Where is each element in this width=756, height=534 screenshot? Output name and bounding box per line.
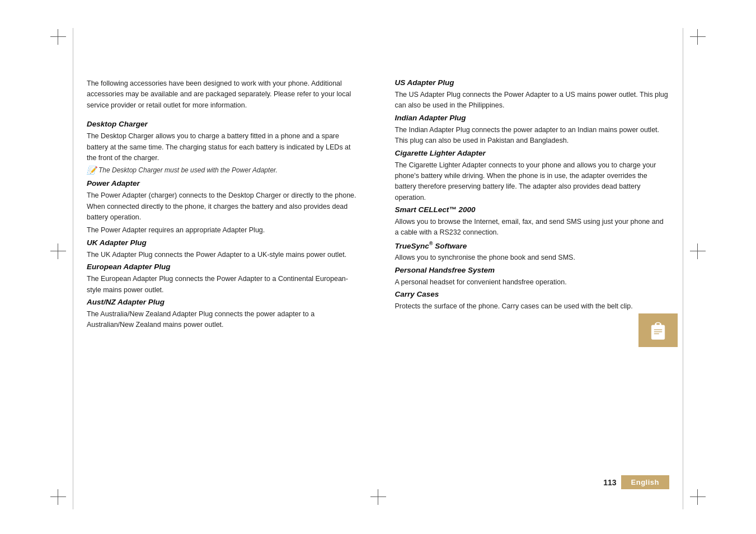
section-title-indian-adapter: Indian Adapter Plug — [395, 114, 670, 122]
truesync-title-part2: Software — [433, 241, 467, 250]
page: The following accessories have been desi… — [0, 0, 756, 534]
crosshair-top-left — [50, 29, 66, 45]
truesync-title-part1: TrueSync — [395, 241, 429, 250]
section-body-european-adapter: The European Adapter Plug connects the P… — [87, 274, 361, 296]
section-smart-cellect: Smart CELLect™ 2000 Allows you to browse… — [395, 205, 670, 238]
note-icon: 📝 — [87, 166, 96, 175]
section-cigarette-lighter: Cigarette Lighter Adapter The Cigarette … — [395, 149, 670, 204]
page-number: 113 — [603, 478, 616, 487]
section-body-carry-cases: Protects the surface of the phone. Carry… — [395, 301, 670, 312]
section-title-austnz-adapter: Aust/NZ Adapter Plug — [87, 298, 361, 306]
section-body-uk-adapter: The UK Adapter Plug connects the Power A… — [87, 250, 361, 260]
section-body-us-adapter: The US Adapter Plug connects the Power A… — [395, 90, 670, 111]
section-title-european-adapter: European Adapter Plug — [87, 263, 361, 271]
intro-text: The following accessories have been desi… — [87, 78, 361, 111]
crosshair-bot-left — [50, 489, 66, 505]
language-badge: English — [621, 475, 669, 489]
note-desktop-charger: 📝 The Desktop Charger must be used with … — [87, 166, 361, 175]
section-title-uk-adapter: UK Adapter Plug — [87, 238, 361, 247]
section-carry-cases: Carry Cases Protects the surface of the … — [395, 290, 670, 312]
section-title-smart-cellect: Smart CELLect™ 2000 — [395, 205, 670, 214]
crosshair-top-right — [690, 29, 706, 45]
section-title-cigarette-lighter: Cigarette Lighter Adapter — [395, 149, 670, 157]
section-body-cigarette-lighter: The Cigarette Lighter Adapter connects t… — [395, 160, 670, 204]
col-left: The following accessories have been desi… — [87, 78, 370, 467]
section-truesync: TrueSync® Software Allows you to synchro… — [395, 241, 670, 264]
section-body-austnz-adapter: The Australia/New Zealand Adapter Plug c… — [87, 309, 361, 331]
section-title-handsfree: Personal Handsfree System — [395, 266, 670, 274]
section-indian-adapter: Indian Adapter Plug The Indian Adapter P… — [395, 114, 670, 147]
section-handsfree: Personal Handsfree System A personal hea… — [395, 266, 670, 288]
section-power-adapter: Power Adapter The Power Adapter (charger… — [87, 179, 361, 236]
note-text-desktop-charger: The Desktop Charger must be used with th… — [98, 166, 278, 174]
section-body-handsfree: A personal headset for convenient handsf… — [395, 277, 670, 288]
section-austnz-adapter: Aust/NZ Adapter Plug The Australia/New Z… — [87, 298, 361, 331]
section-body-smart-cellect: Allows you to browse the Internet, email… — [395, 217, 670, 238]
section-body1-power-adapter: The Power Adapter (charger) connects to … — [87, 190, 361, 223]
crosshair-mid-right — [690, 243, 706, 259]
section-title-truesync: TrueSync® Software — [395, 241, 670, 250]
section-body-indian-adapter: The Indian Adapter Plug connects the pow… — [395, 125, 670, 147]
crosshair-bot-mid — [370, 489, 386, 505]
main-content: The following accessories have been desi… — [87, 78, 669, 467]
section-uk-adapter: UK Adapter Plug The UK Adapter Plug conn… — [87, 238, 361, 260]
section-body-desktop-charger: The Desktop Charger allows you to charge… — [87, 131, 361, 163]
crosshair-bot-right — [690, 489, 706, 505]
section-title-us-adapter: US Adapter Plug — [395, 78, 670, 87]
section-body2-power-adapter: The Power Adapter requires an appropriat… — [87, 225, 361, 236]
footer: 113 English — [87, 475, 669, 489]
section-european-adapter: European Adapter Plug The European Adapt… — [87, 263, 361, 296]
border-right — [683, 28, 683, 509]
section-body-truesync: Allows you to synchronise the phone book… — [395, 252, 670, 263]
section-desktop-charger: Desktop Charger The Desktop Charger allo… — [87, 120, 361, 175]
section-title-desktop-charger: Desktop Charger — [87, 120, 361, 128]
border-left — [73, 28, 73, 509]
section-us-adapter: US Adapter Plug The US Adapter Plug conn… — [395, 78, 670, 111]
col-right: US Adapter Plug The US Adapter Plug conn… — [387, 78, 670, 467]
section-title-carry-cases: Carry Cases — [395, 290, 670, 298]
crosshair-mid-left — [50, 243, 66, 259]
section-title-power-adapter: Power Adapter — [87, 179, 361, 188]
